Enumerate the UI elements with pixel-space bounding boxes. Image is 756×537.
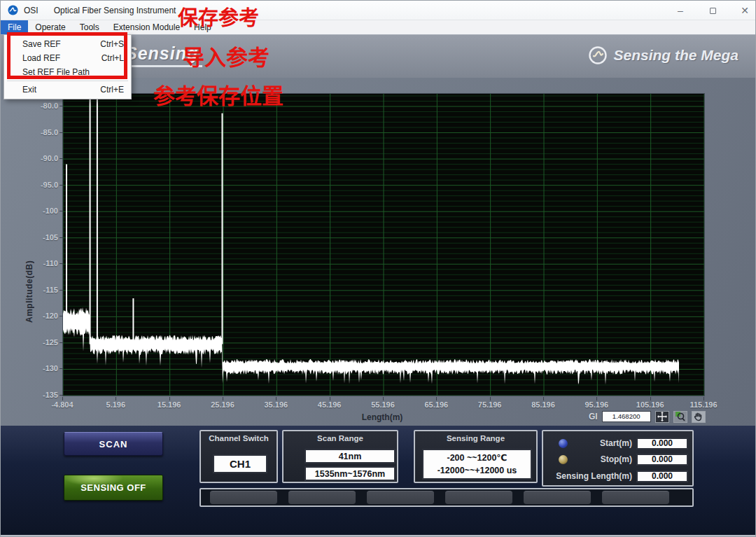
x-tick-label: 25.196 [200, 400, 245, 409]
gi-label: GI [589, 412, 598, 421]
zoom-tool-button[interactable] [673, 411, 687, 423]
start-field[interactable]: 0.000 [636, 438, 688, 449]
y-axis-label: Amplitude(dB) [24, 183, 34, 323]
y-tick-mark [59, 290, 63, 291]
y-tick-mark [59, 263, 63, 264]
x-tick-label: 35.196 [253, 400, 298, 409]
x-tick-mark [704, 397, 704, 400]
annotation-highlight-box [7, 32, 127, 79]
app-name: OSI [24, 6, 38, 15]
blank-button-1[interactable] [210, 491, 277, 504]
minimize-button[interactable]: – [674, 4, 687, 17]
y-tick-mark [59, 395, 63, 396]
y-tick-label: -125 [27, 338, 58, 347]
menu-separator [7, 81, 128, 81]
y-tick-label: -100 [27, 207, 58, 215]
hand-icon [694, 412, 703, 421]
x-tick-label: 45.196 [307, 400, 352, 409]
window-title: Optical Fiber Sensing Instrument [54, 6, 176, 15]
x-tick-label: 75.196 [468, 400, 512, 409]
annotation-load-ref: 导入参考 [183, 40, 270, 71]
scan-range-panel: Scan Range 41nm 1535nm~1576nm [282, 430, 398, 483]
sensing-off-button[interactable]: SENSING OFF [64, 475, 163, 501]
x-tick-label: 5.196 [93, 400, 138, 409]
x-tick-mark [276, 397, 276, 400]
x-tick-mark [330, 397, 330, 400]
x-tick-mark [169, 397, 170, 400]
x-tick-mark [223, 397, 223, 400]
channel-switch-label: Channel Switch [201, 434, 276, 442]
blank-button-strip [200, 488, 694, 507]
y-tick-mark [59, 185, 63, 186]
x-tick-mark [543, 397, 544, 400]
y-tick-mark [59, 368, 63, 369]
blank-button-3[interactable] [367, 491, 434, 504]
amplitude-trace [63, 307, 679, 385]
x-tick-mark [115, 397, 116, 400]
channel-select[interactable]: CH1 [213, 454, 267, 473]
controls-area: SCAN SENSING OFF Channel Switch CH1 Scan… [1, 426, 756, 535]
x-tick-mark [596, 397, 597, 400]
chart-panel: Amplitude(dB) Length(m) GI 1.468200 [1, 78, 756, 426]
menu-item-label: Exit [22, 85, 100, 95]
y-tick-mark [59, 237, 63, 238]
amplitude-plot [63, 94, 704, 396]
stop-field[interactable]: 0.000 [636, 454, 688, 466]
sensing-range-field[interactable]: -200 ~~1200℃ -12000~~+12000 us [422, 449, 532, 480]
sensing-length-label: Sensing Length(m) [543, 471, 636, 481]
y-tick-mark [59, 158, 63, 159]
maximize-icon [710, 8, 716, 14]
gi-row: GI 1.468200 [589, 410, 706, 424]
blank-button-5[interactable] [524, 491, 591, 504]
scan-range-label: Scan Range [284, 434, 397, 442]
blank-button-6[interactable] [602, 491, 669, 504]
x-tick-mark [436, 397, 437, 400]
annotation-ref-path: 参考保存位置 [153, 78, 284, 110]
x-tick-mark [62, 397, 63, 400]
y-tick-mark [59, 211, 63, 211]
sensing-range-line1: -200 ~~1200℃ [447, 452, 507, 464]
pan-tool-button[interactable] [692, 411, 706, 423]
sensing-range-panel: Sensing Range -200 ~~1200℃ -12000~~+1200… [414, 430, 538, 483]
annotation-save-ref: 保存参考 [178, 1, 259, 31]
blank-button-2[interactable] [288, 491, 356, 504]
x-tick-label: 65.196 [414, 400, 458, 409]
file-menu-item-exit[interactable]: ExitCtrl+E [4, 83, 131, 97]
sensing-length-field[interactable]: 0.000 [636, 470, 688, 482]
x-tick-mark [490, 397, 491, 400]
maximize-button[interactable] [706, 4, 719, 17]
y-tick-label: -95.0 [27, 181, 58, 189]
close-button[interactable]: ✕ [738, 4, 751, 17]
osi-logo-icon [8, 5, 18, 15]
plot-area[interactable] [62, 93, 705, 396]
brand-right: Sensing the Mega [588, 46, 738, 65]
start-label: Start(m) [568, 438, 636, 448]
y-tick-label: -115 [27, 286, 58, 294]
y-tick-mark [59, 106, 63, 106]
y-tick-label: -85.0 [27, 128, 58, 137]
scan-wavelength-field[interactable]: 1535nm~1576nm [304, 466, 396, 481]
start-knob-icon[interactable] [559, 439, 568, 448]
brand-slogan: Sensing the Mega [613, 47, 738, 64]
x-tick-mark [383, 397, 384, 400]
crosshair-tool-button[interactable] [655, 411, 669, 423]
y-tick-label: -110 [27, 259, 58, 267]
y-tick-label: -120 [27, 312, 58, 320]
y-tick-mark [59, 316, 63, 316]
x-tick-mark [650, 397, 651, 400]
title-bar: OSI Optical Fiber Sensing Instrument – ✕ [1, 1, 756, 20]
x-axis-label: Length(m) [337, 412, 428, 422]
x-tick-label: -4.804 [40, 400, 85, 409]
stop-knob-icon[interactable] [559, 455, 568, 464]
crosshair-icon [657, 412, 667, 421]
y-tick-label: -90.0 [27, 154, 58, 162]
gi-input[interactable]: 1.468200 [602, 411, 651, 422]
blank-button-4[interactable] [445, 491, 512, 504]
menu-item-shortcut: Ctrl+E [100, 85, 124, 95]
scan-span-field[interactable]: 41nm [304, 449, 396, 463]
scan-button[interactable]: SCAN [64, 432, 163, 456]
y-tick-label: -130 [27, 364, 58, 372]
channel-switch-panel: Channel Switch CH1 [200, 430, 278, 483]
x-tick-label: 15.196 [147, 400, 192, 409]
y-tick-label: -105 [27, 233, 58, 242]
